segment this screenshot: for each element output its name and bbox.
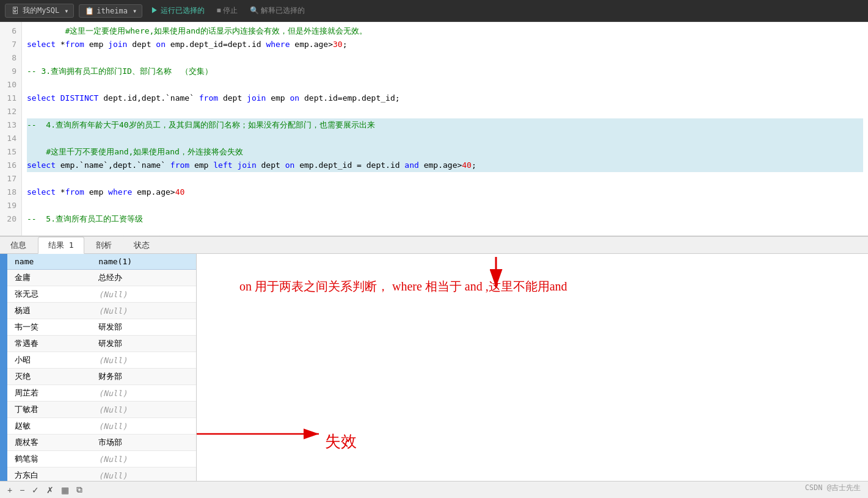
cancel-button[interactable]: ✗ [44, 485, 56, 495]
table-row: 灭绝财务部 [7, 369, 196, 385]
table-row: 丁敏君(Null) [7, 402, 196, 418]
chevron-down-icon2: ▾ [133, 7, 137, 15]
code-line-18: select * from emp where emp.age> 40 [27, 186, 863, 199]
cell-name1: (Null) [91, 418, 196, 435]
cell-name1: (Null) [91, 352, 196, 369]
toolbar: 我的MySQL ▾ itheima ▾ ▶ 运行已选择的 ■ 停止 🔍 解释已选… [0, 0, 868, 22]
explain-button[interactable]: 🔍 解释已选择的 [246, 4, 308, 17]
tab-result[interactable]: 结果 1 [38, 237, 84, 254]
table-row: 杨逍(Null) [7, 303, 196, 319]
cell-name: 方东白 [7, 467, 91, 482]
row-indicator [0, 254, 7, 481]
cell-name1: (Null) [91, 286, 196, 303]
annotation-main-text: on 用于两表之间关系判断， where 相当于 and ,这里不能用and [239, 278, 567, 295]
table-row: 韦一笑研发部 [7, 319, 196, 336]
line-numbers: 6 7 8 9 10 11 12 13 14 15 16 17 18 19 20 [0, 22, 22, 236]
code-line-10 [27, 78, 863, 92]
schema-icon [84, 6, 94, 16]
bottom-panel: 信息 结果 1 剖析 状态 name name(1) [0, 236, 868, 498]
table-row: 鹤笔翁(Null) [7, 451, 196, 467]
cell-name1: 总经办 [91, 270, 196, 286]
tab-status[interactable]: 状态 [123, 237, 160, 253]
schema-label: itheima [97, 7, 128, 15]
code-line-9: -- 3.查询拥有员工的部门ID、部门名称 （交集） [27, 65, 863, 78]
cell-name1: (Null) [91, 303, 196, 319]
tabs-bar: 信息 结果 1 剖析 状态 [0, 237, 868, 254]
cell-name1: 市场部 [91, 435, 196, 451]
cell-name: 灭绝 [7, 369, 91, 385]
add-button[interactable]: + [5, 485, 15, 495]
code-line-17 [27, 172, 863, 186]
cell-name: 常遇春 [7, 336, 91, 352]
cell-name1: (Null) [91, 402, 196, 418]
code-line-16: select emp.`name`,dept.`name` from emp l… [27, 159, 863, 172]
cell-name1: (Null) [91, 385, 196, 402]
table-row: 小昭(Null) [7, 352, 196, 369]
stop-button[interactable]: ■ 停止 [213, 4, 242, 17]
cell-name1: 财务部 [91, 369, 196, 385]
table-row: 周芷若(Null) [7, 385, 196, 402]
tab-profile[interactable]: 剖析 [86, 237, 122, 253]
cell-name: 鹿杖客 [7, 435, 91, 451]
cell-name: 赵敏 [7, 418, 91, 435]
code-line-15: #这里千万不要使用and,如果使用and，外连接将会失效 [27, 145, 863, 159]
cell-name: 周芷若 [7, 385, 91, 402]
code-line-20: -- 5.查询所有员工的工资等级 [27, 212, 863, 226]
cell-name: 张无忌 [7, 286, 91, 303]
cell-name: 韦一笑 [7, 319, 91, 336]
code-line-12 [27, 105, 863, 118]
table-row: 张无忌(Null) [7, 286, 196, 303]
table-container[interactable]: name name(1) 金庸总经办张无忌(Null)杨逍(Null)韦一笑研发… [7, 254, 197, 481]
chevron-down-icon: ▾ [64, 7, 68, 15]
cell-name1: (Null) [91, 451, 196, 467]
watermark: CSDN @吉士先生 [805, 483, 861, 493]
editor-area: 6 7 8 9 10 11 12 13 14 15 16 17 18 19 20 [0, 22, 868, 236]
confirm-button[interactable]: ✓ [29, 485, 42, 495]
cell-name: 丁敏君 [7, 402, 91, 418]
cell-name1: 研发部 [91, 319, 196, 336]
code-line-13: -- 4.查询所有年龄大于40岁的员工，及其归属的部门名称；如果没有分配部门，也… [27, 118, 863, 132]
table-row: 常遇春研发部 [7, 336, 196, 352]
db-label: 我的MySQL [23, 5, 59, 16]
tab-info[interactable]: 信息 [0, 237, 37, 253]
schema-selector[interactable]: itheima ▾ [79, 4, 142, 18]
grid-button[interactable]: ▦ [59, 485, 71, 495]
cell-name: 小昭 [7, 352, 91, 369]
table-header-row: name name(1) [7, 254, 196, 270]
cell-name: 金庸 [7, 270, 91, 286]
col-header-name: name [7, 254, 91, 270]
code-line-7: select * from emp join dept on emp.dept_… [27, 38, 863, 51]
code-content: 6 7 8 9 10 11 12 13 14 15 16 17 18 19 20 [0, 22, 868, 236]
table-section: name name(1) 金庸总经办张无忌(Null)杨逍(Null)韦一笑研发… [0, 254, 197, 481]
bottom-bar: + − ✓ ✗ ▦ ⧉ [0, 481, 868, 498]
cell-name1: 研发部 [91, 336, 196, 352]
code-line-8 [27, 51, 863, 65]
table-row: 金庸总经办 [7, 270, 196, 286]
table-row: 赵敏(Null) [7, 418, 196, 435]
run-button[interactable]: ▶ 运行已选择的 [147, 4, 208, 17]
cell-name: 杨逍 [7, 303, 91, 319]
code-line-19 [27, 199, 863, 212]
col-header-name1: name(1) [91, 254, 196, 270]
code-line-6: #这里一定要使用where,如果使用and的话显示内连接会有效，但是外连接就会无… [27, 24, 863, 38]
cell-name: 鹤笔翁 [7, 451, 91, 467]
code-line-14 [27, 132, 863, 145]
db-selector[interactable]: 我的MySQL ▾ [5, 4, 74, 18]
table-row: 方东白(Null) [7, 467, 196, 482]
annotation-area: on 用于两表之间关系判断， where 相当于 and ,这里不能用and 失… [197, 254, 868, 481]
table-row: 鹿杖客市场部 [7, 435, 196, 451]
annotation-invalid-text: 失效 [325, 431, 357, 452]
code-line-11: select DISTINCT dept.id,dept.`name` from… [27, 92, 863, 105]
results-table: name name(1) 金庸总经办张无忌(Null)杨逍(Null)韦一笑研发… [7, 254, 196, 481]
content-area: name name(1) 金庸总经办张无忌(Null)杨逍(Null)韦一笑研发… [0, 254, 868, 481]
code-editor[interactable]: #这里一定要使用where,如果使用and的话显示内连接会有效，但是外连接就会无… [22, 22, 868, 236]
copy-button[interactable]: ⧉ [74, 485, 85, 495]
main-container: 6 7 8 9 10 11 12 13 14 15 16 17 18 19 20 [0, 22, 868, 498]
remove-button[interactable]: − [17, 485, 27, 495]
cell-name1: (Null) [91, 467, 196, 482]
db-icon [10, 6, 20, 16]
